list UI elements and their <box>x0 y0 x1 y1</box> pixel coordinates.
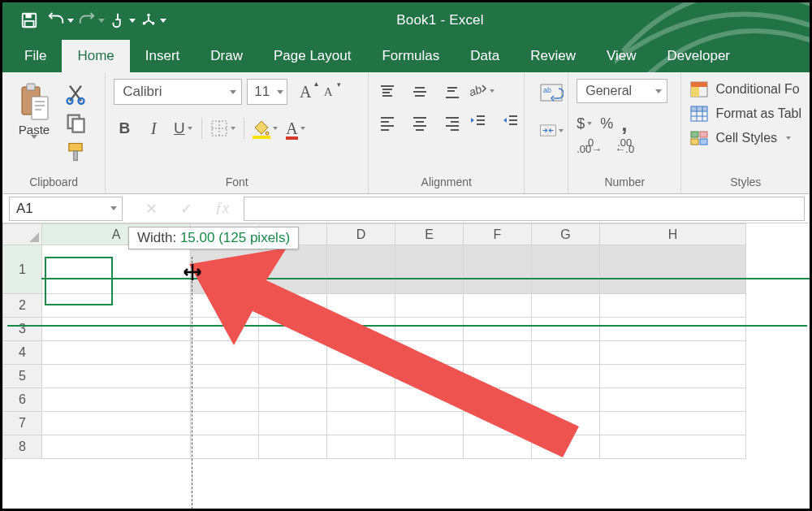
touch-mode-dropdown-icon[interactable] <box>129 19 136 23</box>
cell-g1[interactable] <box>532 245 600 294</box>
cell-b1[interactable] <box>191 245 259 294</box>
column-header-g[interactable]: G <box>532 224 600 245</box>
tab-developer[interactable]: Developer <box>652 40 746 72</box>
decrease-font-size-button[interactable]: A▾ <box>318 80 338 103</box>
save-button[interactable] <box>14 6 45 35</box>
accounting-dropdown-icon[interactable] <box>587 122 592 125</box>
row-header-1[interactable]: 1 <box>3 245 42 294</box>
cut-button[interactable] <box>64 82 87 105</box>
undo-button[interactable] <box>45 6 76 35</box>
copy-button[interactable] <box>64 111 87 134</box>
undo-dropdown-icon[interactable] <box>67 19 74 23</box>
font-color-button[interactable]: A <box>286 119 304 138</box>
enter-formula-button[interactable]: ✓ <box>180 200 192 218</box>
worksheet-grid[interactable]: A B C D E F G H 1 2 3 4 5 6 7 8 <box>2 223 810 509</box>
accounting-format-button[interactable]: $ <box>577 113 592 134</box>
increase-decimal-button[interactable]: .0.00→ <box>577 139 602 154</box>
font-name-value: Calibri <box>123 84 162 100</box>
row-header-7[interactable]: 7 <box>3 412 42 435</box>
borders-button[interactable] <box>210 119 235 137</box>
cell-styles-dropdown-icon[interactable] <box>786 136 791 140</box>
cell-c1[interactable] <box>259 245 327 294</box>
ribbon: Paste Clipboard Calibri 11 A▴ A▾ <box>2 72 810 194</box>
name-box[interactable]: A1 <box>9 197 123 221</box>
align-center-button[interactable] <box>409 113 430 132</box>
column-header-h[interactable]: H <box>600 224 746 245</box>
column-header-e[interactable]: E <box>395 224 464 245</box>
conditional-formatting-button[interactable]: Conditional Fo <box>689 80 801 98</box>
orientation-dropdown-icon[interactable] <box>490 89 495 93</box>
format-painter-button[interactable] <box>64 141 87 163</box>
underline-dropdown-icon[interactable] <box>188 127 192 130</box>
row-header-2[interactable]: 2 <box>3 294 42 318</box>
redo-button[interactable] <box>76 6 106 35</box>
tab-draw[interactable]: Draw <box>195 40 258 72</box>
tab-view[interactable]: View <box>591 40 652 72</box>
paste-button[interactable]: Paste <box>11 79 58 163</box>
cell-f1[interactable] <box>464 245 532 294</box>
tab-page-layout[interactable]: Page Layout <box>258 40 366 72</box>
decrease-indent-button[interactable] <box>468 111 489 131</box>
fill-color-button[interactable] <box>253 119 278 137</box>
cell-a1[interactable] <box>42 245 191 294</box>
tab-home[interactable]: Home <box>62 40 129 72</box>
cell-styles-button[interactable]: Cell Styles <box>689 129 801 147</box>
group-label-number: Number <box>577 172 672 190</box>
align-top-button[interactable] <box>377 82 398 102</box>
percent-format-button[interactable]: % <box>600 113 613 134</box>
macros-button[interactable] <box>137 6 168 35</box>
borders-dropdown-icon[interactable] <box>231 127 235 130</box>
group-label-clipboard: Clipboard <box>11 172 97 190</box>
cell-h1[interactable] <box>600 245 746 294</box>
underline-button[interactable]: U <box>172 116 193 141</box>
row-header-3[interactable]: 3 <box>3 318 42 341</box>
row-header-6[interactable]: 6 <box>3 388 42 412</box>
tab-file[interactable]: File <box>9 40 62 72</box>
select-all-button[interactable] <box>3 224 42 245</box>
cell-d1[interactable] <box>327 245 395 294</box>
paste-dropdown-icon[interactable] <box>31 135 37 139</box>
row-header-8[interactable]: 8 <box>3 435 42 459</box>
row-header-5[interactable]: 5 <box>3 365 42 388</box>
cell-e1[interactable] <box>395 245 464 294</box>
insert-function-button[interactable]: ƒx <box>215 200 229 217</box>
font-name-dropdown-icon[interactable] <box>230 90 236 94</box>
font-size-dropdown-icon[interactable] <box>277 90 283 94</box>
touch-mode-button[interactable] <box>106 6 137 35</box>
font-color-dropdown-icon[interactable] <box>300 127 305 130</box>
align-left-button[interactable] <box>377 113 398 132</box>
font-name-combo[interactable]: Calibri <box>114 79 242 105</box>
merge-center-button[interactable] <box>539 119 564 142</box>
decrease-decimal-button[interactable]: .00←.0 <box>615 139 634 154</box>
italic-button[interactable]: I <box>143 116 164 141</box>
font-size-combo[interactable]: 11 <box>247 79 287 105</box>
tab-insert[interactable]: Insert <box>130 40 196 72</box>
increase-font-size-button[interactable]: A▴ <box>296 80 315 103</box>
tab-data[interactable]: Data <box>455 40 515 72</box>
formula-input[interactable] <box>244 197 805 221</box>
align-bottom-button[interactable] <box>442 82 463 102</box>
fill-color-dropdown-icon[interactable] <box>273 127 278 130</box>
name-box-dropdown-icon[interactable] <box>110 206 117 210</box>
cancel-formula-button[interactable]: ✕ <box>145 200 158 218</box>
column-header-f[interactable]: F <box>464 224 532 245</box>
column-header-d[interactable]: D <box>327 224 395 245</box>
tab-review[interactable]: Review <box>515 40 591 72</box>
align-middle-button[interactable] <box>409 82 430 102</box>
merge-dropdown-icon[interactable] <box>559 129 564 132</box>
format-as-table-button[interactable]: Format as Tabl <box>689 105 801 123</box>
macros-dropdown-icon[interactable] <box>160 19 166 23</box>
svg-rect-27 <box>700 132 707 137</box>
redo-dropdown-icon[interactable] <box>98 19 105 23</box>
comma-format-button[interactable]: , <box>621 113 627 134</box>
wrap-text-button[interactable]: ab <box>539 82 564 105</box>
tab-formulas[interactable]: Formulas <box>366 40 455 72</box>
number-format-dropdown-icon[interactable] <box>655 89 662 93</box>
number-format-combo[interactable]: General <box>577 79 667 103</box>
group-clipboard: Paste Clipboard <box>2 72 106 193</box>
align-right-button[interactable] <box>442 113 463 132</box>
bold-button[interactable]: B <box>114 116 135 141</box>
increase-indent-button[interactable] <box>500 111 521 131</box>
orientation-button[interactable]: ab <box>468 82 495 100</box>
row-header-4[interactable]: 4 <box>3 341 42 365</box>
